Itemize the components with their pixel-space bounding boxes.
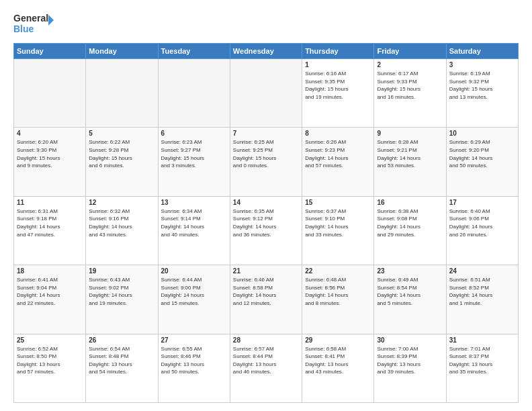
day-number: 13: [161, 199, 227, 206]
weekday-header-wednesday: Wednesday: [230, 44, 302, 59]
day-number: 27: [161, 336, 227, 344]
day-number: 15: [305, 199, 371, 206]
calendar-cell: 26Sunrise: 6:54 AM Sunset: 8:48 PM Dayli…: [86, 334, 158, 402]
calendar-cell: 22Sunrise: 6:48 AM Sunset: 8:56 PM Dayli…: [302, 265, 374, 334]
day-info: Sunrise: 6:31 AM Sunset: 9:18 PM Dayligh…: [17, 208, 83, 238]
day-number: 9: [377, 130, 443, 137]
week-row-4: 25Sunrise: 6:52 AM Sunset: 8:50 PM Dayli…: [14, 334, 519, 402]
day-info: Sunrise: 6:51 AM Sunset: 8:52 PM Dayligh…: [449, 276, 515, 307]
calendar-cell: 13Sunrise: 6:34 AM Sunset: 9:14 PM Dayli…: [158, 196, 230, 265]
day-number: 12: [89, 199, 154, 206]
calendar-cell: [158, 59, 230, 128]
day-info: Sunrise: 6:19 AM Sunset: 9:32 PM Dayligh…: [449, 70, 515, 101]
day-info: Sunrise: 7:01 AM Sunset: 8:37 PM Dayligh…: [449, 345, 515, 376]
day-number: 19: [89, 267, 154, 275]
day-info: Sunrise: 6:26 AM Sunset: 9:23 PM Dayligh…: [305, 138, 371, 169]
day-info: Sunrise: 6:44 AM Sunset: 9:00 PM Dayligh…: [161, 276, 227, 307]
weekday-header-friday: Friday: [374, 44, 446, 59]
calendar-cell: 11Sunrise: 6:31 AM Sunset: 9:18 PM Dayli…: [14, 196, 86, 265]
calendar-cell: 29Sunrise: 6:58 AM Sunset: 8:41 PM Dayli…: [302, 334, 374, 402]
calendar-cell: 15Sunrise: 6:37 AM Sunset: 9:10 PM Dayli…: [302, 196, 374, 265]
calendar-cell: 12Sunrise: 6:32 AM Sunset: 9:16 PM Dayli…: [86, 196, 158, 265]
day-number: 29: [305, 336, 371, 344]
week-row-3: 18Sunrise: 6:41 AM Sunset: 9:04 PM Dayli…: [14, 265, 519, 334]
day-info: Sunrise: 6:52 AM Sunset: 8:50 PM Dayligh…: [17, 345, 83, 376]
weekday-header-row: SundayMondayTuesdayWednesdayThursdayFrid…: [14, 44, 519, 59]
day-info: Sunrise: 6:58 AM Sunset: 8:41 PM Dayligh…: [305, 345, 371, 376]
calendar-cell: [14, 59, 86, 128]
calendar-cell: 23Sunrise: 6:49 AM Sunset: 8:54 PM Dayli…: [374, 265, 446, 334]
day-info: Sunrise: 6:54 AM Sunset: 8:48 PM Dayligh…: [89, 345, 154, 376]
calendar-cell: 17Sunrise: 6:40 AM Sunset: 9:06 PM Dayli…: [446, 196, 518, 265]
day-info: Sunrise: 6:25 AM Sunset: 9:25 PM Dayligh…: [233, 138, 299, 169]
calendar-cell: 8Sunrise: 6:26 AM Sunset: 9:23 PM Daylig…: [302, 128, 374, 196]
calendar-cell: 25Sunrise: 6:52 AM Sunset: 8:50 PM Dayli…: [14, 334, 86, 402]
calendar-cell: 16Sunrise: 6:38 AM Sunset: 9:08 PM Dayli…: [374, 196, 446, 265]
day-number: 1: [305, 61, 371, 68]
day-number: 17: [449, 199, 515, 206]
weekday-header-tuesday: Tuesday: [158, 44, 230, 59]
calendar-cell: 30Sunrise: 7:00 AM Sunset: 8:39 PM Dayli…: [374, 334, 446, 402]
day-number: 18: [17, 267, 83, 275]
day-number: 5: [89, 130, 154, 137]
day-info: Sunrise: 6:57 AM Sunset: 8:44 PM Dayligh…: [233, 345, 299, 376]
day-info: Sunrise: 6:17 AM Sunset: 9:33 PM Dayligh…: [377, 70, 443, 101]
day-number: 11: [17, 199, 83, 206]
day-info: Sunrise: 6:41 AM Sunset: 9:04 PM Dayligh…: [17, 276, 83, 307]
calendar-cell: 9Sunrise: 6:28 AM Sunset: 9:21 PM Daylig…: [374, 128, 446, 196]
calendar-cell: 21Sunrise: 6:46 AM Sunset: 8:58 PM Dayli…: [230, 265, 302, 334]
day-number: 14: [233, 199, 299, 206]
calendar-cell: 6Sunrise: 6:23 AM Sunset: 9:27 PM Daylig…: [158, 128, 230, 196]
day-number: 21: [233, 267, 299, 275]
calendar-cell: 2Sunrise: 6:17 AM Sunset: 9:33 PM Daylig…: [374, 59, 446, 128]
calendar-cell: 4Sunrise: 6:20 AM Sunset: 9:30 PM Daylig…: [14, 128, 86, 196]
weekday-header-monday: Monday: [86, 44, 158, 59]
day-number: 16: [377, 199, 443, 206]
calendar-cell: 1Sunrise: 6:16 AM Sunset: 9:35 PM Daylig…: [302, 59, 374, 128]
day-info: Sunrise: 6:16 AM Sunset: 9:35 PM Dayligh…: [305, 70, 371, 101]
calendar-cell: 20Sunrise: 6:44 AM Sunset: 9:00 PM Dayli…: [158, 265, 230, 334]
day-info: Sunrise: 6:49 AM Sunset: 8:54 PM Dayligh…: [377, 276, 443, 307]
day-number: 24: [449, 267, 515, 275]
weekday-header-thursday: Thursday: [302, 44, 374, 59]
day-info: Sunrise: 7:00 AM Sunset: 8:39 PM Dayligh…: [377, 345, 443, 376]
svg-text:Blue: Blue: [13, 24, 34, 34]
day-info: Sunrise: 6:29 AM Sunset: 9:20 PM Dayligh…: [449, 138, 515, 169]
day-number: 20: [161, 267, 227, 275]
calendar-cell: 18Sunrise: 6:41 AM Sunset: 9:04 PM Dayli…: [14, 265, 86, 334]
calendar-cell: 3Sunrise: 6:19 AM Sunset: 9:32 PM Daylig…: [446, 59, 518, 128]
calendar-cell: 5Sunrise: 6:22 AM Sunset: 9:28 PM Daylig…: [86, 128, 158, 196]
calendar-cell: 14Sunrise: 6:35 AM Sunset: 9:12 PM Dayli…: [230, 196, 302, 265]
svg-text:General: General: [13, 13, 48, 24]
week-row-1: 4Sunrise: 6:20 AM Sunset: 9:30 PM Daylig…: [14, 128, 519, 196]
weekday-header-sunday: Sunday: [14, 44, 86, 59]
header: General Blue: [13, 11, 519, 36]
day-info: Sunrise: 6:32 AM Sunset: 9:16 PM Dayligh…: [89, 208, 154, 238]
day-number: 23: [377, 267, 443, 275]
day-number: 22: [305, 267, 371, 275]
day-number: 6: [161, 130, 227, 137]
week-row-0: 1Sunrise: 6:16 AM Sunset: 9:35 PM Daylig…: [14, 59, 519, 128]
day-info: Sunrise: 6:48 AM Sunset: 8:56 PM Dayligh…: [305, 276, 371, 307]
calendar-cell: 31Sunrise: 7:01 AM Sunset: 8:37 PM Dayli…: [446, 334, 518, 402]
calendar-cell: 24Sunrise: 6:51 AM Sunset: 8:52 PM Dayli…: [446, 265, 518, 334]
day-number: 2: [377, 61, 443, 68]
calendar-cell: 28Sunrise: 6:57 AM Sunset: 8:44 PM Dayli…: [230, 334, 302, 402]
day-number: 30: [377, 336, 443, 344]
calendar-table: SundayMondayTuesdayWednesdayThursdayFrid…: [13, 43, 519, 403]
calendar-cell: 7Sunrise: 6:25 AM Sunset: 9:25 PM Daylig…: [230, 128, 302, 196]
calendar-cell: 27Sunrise: 6:55 AM Sunset: 8:46 PM Dayli…: [158, 334, 230, 402]
day-number: 31: [449, 336, 515, 344]
logo-svg: General Blue: [13, 11, 54, 36]
day-number: 3: [449, 61, 515, 68]
day-number: 28: [233, 336, 299, 344]
day-number: 4: [17, 130, 83, 137]
day-info: Sunrise: 6:55 AM Sunset: 8:46 PM Dayligh…: [161, 345, 227, 376]
day-info: Sunrise: 6:28 AM Sunset: 9:21 PM Dayligh…: [377, 138, 443, 169]
day-info: Sunrise: 6:37 AM Sunset: 9:10 PM Dayligh…: [305, 208, 371, 238]
page: General Blue SundayMondayTuesdayWednesda…: [0, 0, 532, 411]
day-info: Sunrise: 6:20 AM Sunset: 9:30 PM Dayligh…: [17, 138, 83, 169]
calendar-cell: [86, 59, 158, 128]
day-number: 25: [17, 336, 83, 344]
day-info: Sunrise: 6:35 AM Sunset: 9:12 PM Dayligh…: [233, 208, 299, 238]
